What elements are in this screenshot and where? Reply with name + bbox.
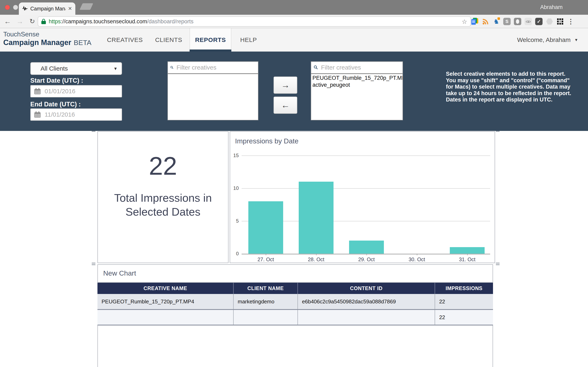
impressions-chart-panel: Impressions by Date 05101527. Oct28. Oct… [230, 131, 495, 263]
bar-chart: 05101527. Oct28. Oct29. Oct30. Oct31. Oc… [230, 132, 495, 264]
creative-list-item[interactable]: PEUGEOT_Rumble_15_720p_PT.MP4 [311, 75, 402, 81]
table-body: PEUGEOT_Rumble_15_720p_PT.MP4marketingde… [97, 294, 493, 325]
available-creatives-box [168, 61, 258, 120]
x-axis-tick [366, 254, 367, 255]
browser-toolbar: ← → ↻ https://campaigns.touchsensecloud.… [0, 15, 588, 28]
x-axis-tick [467, 254, 468, 255]
rss-extension-icon[interactable] [482, 17, 490, 25]
browser-menu-icon[interactable]: ⋮ [567, 17, 575, 25]
browser-profile-name: Abraham [540, 4, 562, 10]
y-axis-tick-label: 10 [230, 185, 239, 191]
reload-button[interactable]: ↻ [29, 17, 35, 26]
react-extension-icon[interactable] [524, 17, 532, 25]
s-logo-extension-icon[interactable]: S [503, 17, 511, 25]
start-date-input[interactable] [45, 88, 112, 95]
tab-title: Campaign Manager [30, 6, 66, 12]
y-axis-tick-label: 0 [230, 251, 239, 257]
nav-tab-creatives[interactable]: CREATIVES [107, 36, 143, 43]
x-axis-label-27-oct: 27. Oct [257, 257, 274, 262]
table-title: New Chart [103, 269, 136, 277]
cell-creative-name: PEUGEOT_Rumble_15_720p_PT.MP4 [97, 294, 233, 309]
google-docs-extension-icon[interactable] [471, 17, 479, 25]
brand-logo: TouchSense Campaign ManagerBETA [3, 30, 91, 47]
client-select-value: All Clients [41, 65, 68, 72]
address-bar[interactable]: https://campaigns.touchsensecloud.com/da… [38, 16, 471, 27]
x-axis-label-29-oct: 29. Oct [358, 257, 375, 262]
client-select-dropdown[interactable]: All Clients ▾ [30, 62, 122, 75]
cell-impressions: 22 [435, 309, 493, 325]
available-creatives-search-input[interactable] [177, 64, 256, 71]
arrow-left-icon: ← [281, 100, 290, 110]
gridline-y-15 [242, 156, 490, 156]
gridline-y-0 [242, 254, 490, 254]
minimize-window-button[interactable] [13, 5, 18, 10]
start-date-field[interactable] [30, 85, 122, 97]
new-tab-button[interactable] [80, 3, 93, 10]
tab-close-icon[interactable]: ✕ [68, 6, 72, 11]
back-button[interactable]: ← [4, 17, 11, 26]
cell-creative-name [97, 309, 233, 325]
selected-creatives-search[interactable] [311, 62, 402, 74]
chart-bar-28-oct[interactable] [299, 182, 333, 254]
aws-extension-icon[interactable]: ♞ [492, 17, 500, 25]
inbox-extension-icon[interactable]: ✓ [535, 17, 543, 25]
calendar-icon [34, 88, 41, 95]
nav-tab-reports[interactable]: REPORTS [195, 36, 226, 43]
table-header-row: CREATIVE NAMECLIENT NAMECONTENT IDIMPRES… [97, 283, 493, 294]
x-axis-label-28-oct: 28. Oct [308, 257, 324, 262]
table-row: PEUGEOT_Rumble_15_720p_PT.MP4marketingde… [97, 294, 493, 309]
column-header-content-id: CONTENT ID [298, 283, 435, 294]
creative-list-item[interactable]: active_peugeot [311, 81, 402, 88]
selected-creatives-box: PEUGEOT_Rumble_15_720p_PT.MP4active_peug… [311, 61, 403, 120]
chart-bar-29-oct[interactable] [349, 241, 384, 254]
chart-bar-27-oct[interactable] [248, 201, 283, 254]
active-tab-underline [190, 50, 231, 51]
welcome-text: Welcome, Abraham [517, 36, 571, 43]
arrow-right-icon: → [281, 80, 290, 90]
report-table-panel: New Chart CREATIVE NAMECLIENT NAMECONTEN… [97, 264, 493, 367]
end-date-field[interactable] [30, 108, 122, 121]
panel-dash [496, 263, 500, 264]
available-creatives-search[interactable] [168, 62, 258, 74]
column-header-impressions: IMPRESSIONS [435, 283, 493, 294]
secure-lock-icon[interactable] [41, 19, 46, 24]
app-header: TouchSense Campaign ManagerBETA CREATIVE… [0, 28, 588, 51]
selected-creatives-search-input[interactable] [321, 64, 400, 71]
chart-bar-31-oct[interactable] [450, 247, 485, 254]
bookmark-star-icon[interactable]: ☆ [462, 18, 467, 25]
report-filter-bar: All Clients ▾ Start Date (UTC) : End Dat… [0, 51, 588, 131]
remove-creative-button[interactable]: ← [273, 97, 297, 114]
user-menu[interactable]: Welcome, Abraham ▾ [517, 36, 577, 43]
nav-tab-help[interactable]: HELP [240, 36, 257, 43]
search-icon [314, 64, 318, 71]
x-axis-label-31-oct: 31. Oct [459, 257, 476, 262]
cell-content-id: e6b406c2c9a5450982dac59a088d7869 [298, 294, 435, 309]
search-icon [170, 64, 174, 71]
add-creative-button[interactable]: → [273, 76, 297, 94]
cell-impressions: 22 [435, 294, 493, 309]
total-impressions-panel: 22 Total Impressions in Selected Dates [97, 131, 229, 263]
brand-line2: Campaign ManagerBETA [3, 38, 91, 47]
x-axis-tick [316, 254, 316, 255]
forward-button[interactable]: → [16, 17, 23, 26]
apps-grid-icon[interactable] [556, 17, 564, 25]
panel-dash [496, 131, 500, 132]
nav-tab-clients[interactable]: CLIENTS [155, 36, 182, 43]
brand-line1: TouchSense [3, 30, 91, 38]
browser-tab[interactable]: Campaign Manager ✕ [19, 2, 75, 15]
total-impressions-caption: Total Impressions in Selected Dates [105, 191, 221, 219]
url-text: https://campaigns.touchsensecloud.com/da… [49, 18, 194, 25]
chevron-down-icon: ▾ [575, 37, 577, 42]
extensions-row: ♞ S ✓ ⋮ [471, 17, 575, 26]
dashboard-content: 22 Total Impressions in Selected Dates I… [0, 131, 588, 367]
close-window-button[interactable] [5, 5, 10, 10]
x-axis-label-30-oct: 30. Oct [409, 257, 425, 262]
oval-extension-icon[interactable] [513, 17, 522, 25]
hexagon-extension-icon[interactable] [545, 17, 554, 25]
x-axis-tick [266, 254, 266, 255]
end-date-label: End Date (UTC) : [30, 101, 81, 108]
end-date-input[interactable] [45, 111, 112, 118]
start-date-label: Start Date (UTC) : [30, 77, 83, 84]
y-axis-tick-label: 15 [230, 153, 239, 158]
report-table: CREATIVE NAMECLIENT NAMECONTENT IDIMPRES… [97, 282, 493, 325]
